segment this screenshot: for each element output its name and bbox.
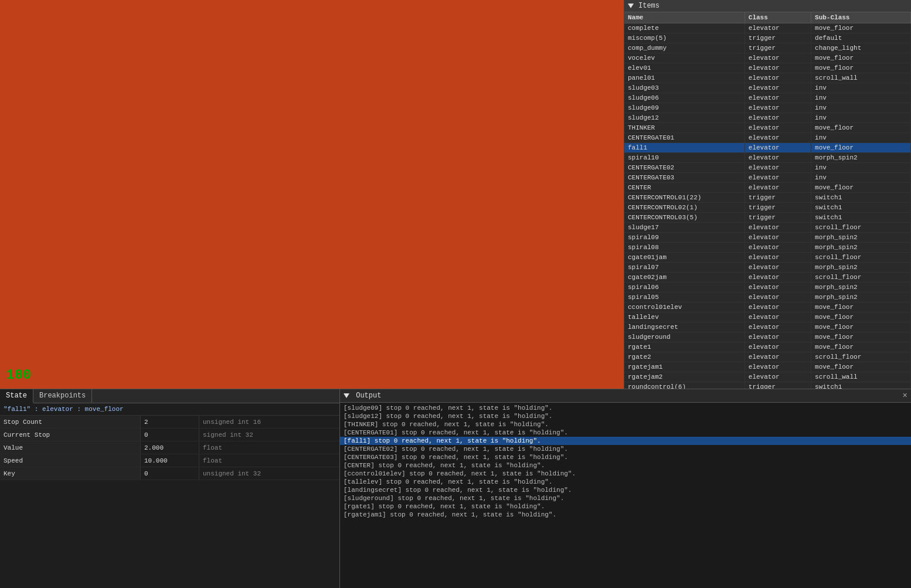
item-class: elevator bbox=[745, 133, 811, 143]
table-row[interactable]: cgate01jamelevatorscroll_floor bbox=[624, 253, 911, 263]
items-table-header-row: Name Class Sub-Class bbox=[624, 12, 911, 23]
item-class: elevator bbox=[745, 243, 811, 253]
table-row[interactable]: CENTERCONTROL01(22)triggerswitch1 bbox=[624, 193, 911, 203]
table-row[interactable]: spiral05elevatormorph_spin2 bbox=[624, 293, 911, 303]
table-row[interactable]: completeelevatormove_floor bbox=[624, 23, 911, 33]
state-row-label: Current Stop bbox=[0, 429, 141, 441]
output-log[interactable]: [sludge09] stop 0 reached, next 1, state… bbox=[340, 403, 911, 588]
item-class: elevator bbox=[745, 362, 811, 372]
col-header-subclass[interactable]: Sub-Class bbox=[811, 12, 911, 23]
item-class: elevator bbox=[745, 123, 811, 133]
item-name: landingsecret bbox=[624, 322, 745, 332]
table-row[interactable]: CENTERCONTROL02(1)triggerswitch1 bbox=[624, 203, 911, 213]
tab-breakpoints[interactable]: Breakpoints bbox=[33, 389, 92, 403]
item-class: trigger bbox=[745, 213, 811, 223]
col-header-class[interactable]: Class bbox=[745, 12, 811, 23]
table-row[interactable]: CENTERGATE01elevatorinv bbox=[624, 133, 911, 143]
output-header: Output × bbox=[340, 389, 911, 403]
state-row-label: Stop Count bbox=[0, 416, 141, 428]
col-header-name[interactable]: Name bbox=[624, 12, 745, 23]
table-row[interactable]: ccontrol01elevelevatormove_floor bbox=[624, 303, 911, 312]
state-panel: State Breakpoints "fall1" : elevator : m… bbox=[0, 389, 340, 588]
table-row[interactable]: rgatejam1elevatormove_floor bbox=[624, 362, 911, 372]
table-row[interactable]: landingsecretelevatormove_floor bbox=[624, 322, 911, 332]
item-name: sludge12 bbox=[624, 113, 745, 123]
item-subclass: move_floor bbox=[811, 342, 911, 352]
table-row[interactable]: sludge03elevatorinv bbox=[624, 83, 911, 93]
state-row: Speed10.000float bbox=[0, 454, 339, 467]
table-row[interactable]: CENTERCONTROL03(5)triggerswitch1 bbox=[624, 213, 911, 223]
table-row[interactable]: spiral07elevatormorph_spin2 bbox=[624, 263, 911, 273]
items-title: Items bbox=[638, 2, 660, 10]
state-rows: Stop Count2unsigned int 16Current Stop0s… bbox=[0, 416, 339, 588]
item-class: elevator bbox=[745, 312, 811, 322]
item-name: sludge06 bbox=[624, 93, 745, 103]
table-row[interactable]: elev01elevatormove_floor bbox=[624, 63, 911, 73]
table-row[interactable]: roundcontrol(6)triggerswitch1 bbox=[624, 382, 911, 389]
table-row[interactable]: comp_dummytriggerchange_light bbox=[624, 43, 911, 53]
state-row-value[interactable]: 0 bbox=[141, 429, 199, 441]
state-row-value[interactable]: 10.000 bbox=[141, 454, 199, 467]
item-class: elevator bbox=[745, 113, 811, 123]
state-row-value[interactable]: 2.000 bbox=[141, 441, 199, 454]
table-row[interactable]: THINKERelevatormove_floor bbox=[624, 123, 911, 133]
item-subclass: default bbox=[811, 33, 911, 43]
item-subclass: inv bbox=[811, 83, 911, 93]
log-line: [sludgeround] stop 0 reached, next 1, st… bbox=[340, 494, 911, 502]
item-subclass: inv bbox=[811, 103, 911, 113]
items-triangle-icon bbox=[628, 4, 634, 8]
table-row[interactable]: sludge17elevatorscroll_floor bbox=[624, 223, 911, 233]
table-row[interactable]: miscomp(5)triggerdefault bbox=[624, 33, 911, 43]
table-row[interactable]: panel01elevatorscroll_wall bbox=[624, 73, 911, 83]
item-name: spiral07 bbox=[624, 263, 745, 273]
item-subclass: move_floor bbox=[811, 332, 911, 342]
table-row[interactable]: spiral08elevatormorph_spin2 bbox=[624, 243, 911, 253]
table-row[interactable]: rgate1elevatormove_floor bbox=[624, 342, 911, 352]
state-row-label: Value bbox=[0, 441, 141, 454]
item-name: CENTER bbox=[624, 183, 745, 193]
viewport[interactable]: 100 bbox=[0, 0, 624, 389]
item-subclass: scroll_floor bbox=[811, 273, 911, 283]
table-row[interactable]: sludge06elevatorinv bbox=[624, 93, 911, 103]
table-row[interactable]: fall1elevatormove_floor bbox=[624, 143, 911, 153]
item-name: spiral06 bbox=[624, 283, 745, 293]
table-row[interactable]: cgate02jamelevatorscroll_floor bbox=[624, 273, 911, 283]
table-row[interactable]: CENTERelevatormove_floor bbox=[624, 183, 911, 193]
table-row[interactable]: CENTERGATE03elevatorinv bbox=[624, 173, 911, 183]
item-class: elevator bbox=[745, 173, 811, 183]
item-name: CENTERCONTROL01(22) bbox=[624, 193, 745, 203]
table-row[interactable]: sludge12elevatorinv bbox=[624, 113, 911, 123]
item-subclass: morph_spin2 bbox=[811, 153, 911, 163]
item-name: sludge03 bbox=[624, 83, 745, 93]
table-row[interactable]: spiral09elevatormorph_spin2 bbox=[624, 233, 911, 243]
items-table[interactable]: Name Class Sub-Class completeelevatormov… bbox=[624, 12, 911, 389]
item-name: CENTERCONTROL02(1) bbox=[624, 203, 745, 213]
item-subclass: inv bbox=[811, 113, 911, 123]
item-class: elevator bbox=[745, 293, 811, 303]
item-class: trigger bbox=[745, 43, 811, 53]
state-row-type: signed int 32 bbox=[199, 429, 339, 441]
table-row[interactable]: sludgeroundelevatormove_floor bbox=[624, 332, 911, 342]
item-class: elevator bbox=[745, 253, 811, 263]
item-class: elevator bbox=[745, 223, 811, 233]
table-row[interactable]: sludge09elevatorinv bbox=[624, 103, 911, 113]
table-row[interactable]: spiral06elevatormorph_spin2 bbox=[624, 283, 911, 293]
table-row[interactable]: spiral10elevatormorph_spin2 bbox=[624, 153, 911, 163]
item-subclass: move_floor bbox=[811, 312, 911, 322]
state-row-value[interactable]: 2 bbox=[141, 416, 199, 428]
state-row-value[interactable]: 0 bbox=[141, 467, 199, 480]
tab-state[interactable]: State bbox=[0, 389, 33, 403]
table-row[interactable]: tallelevelevatormove_floor bbox=[624, 312, 911, 322]
table-row[interactable]: vocelevelevatormove_floor bbox=[624, 53, 911, 63]
item-name: spiral05 bbox=[624, 293, 745, 303]
item-class: elevator bbox=[745, 352, 811, 362]
table-row[interactable]: rgatejam2elevatorscroll_wall bbox=[624, 372, 911, 382]
output-close-button[interactable]: × bbox=[903, 391, 907, 400]
item-class: elevator bbox=[745, 23, 811, 33]
table-row[interactable]: rgate2elevatorscroll_floor bbox=[624, 352, 911, 362]
item-name: sludge17 bbox=[624, 223, 745, 233]
log-line: [ccontrol01elev] stop 0 reached, next 1,… bbox=[340, 470, 911, 478]
item-name: spiral08 bbox=[624, 243, 745, 253]
item-subclass: switch1 bbox=[811, 382, 911, 389]
table-row[interactable]: CENTERGATE02elevatorinv bbox=[624, 163, 911, 173]
